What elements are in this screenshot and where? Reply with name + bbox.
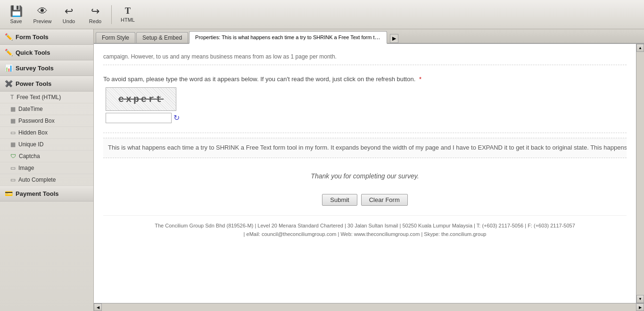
captcha-container: expert ↻ <box>106 87 627 123</box>
form-buttons: Submit Clear Form <box>103 189 627 210</box>
redo-button[interactable]: ↪ Redo <box>83 2 107 27</box>
hidden-box-icon: ▭ <box>10 129 16 136</box>
tab-setup-embed[interactable]: Setup & Embed <box>136 32 188 43</box>
tab-scroll-right-button[interactable]: ▶ <box>390 34 398 43</box>
html-button[interactable]: T HTML <box>116 2 140 27</box>
sidebar-item-datetime[interactable]: ▦ DateTime <box>0 103 93 115</box>
save-label: Save <box>10 18 22 24</box>
sidebar-section-power-tools[interactable]: ✖️ Power Tools <box>0 76 93 92</box>
scroll-down-arrow[interactable]: ▼ <box>636 295 644 303</box>
undo-icon: ↩ <box>65 5 73 17</box>
captcha-image: expert <box>106 87 176 111</box>
tab-form-style-label: Form Style <box>102 34 129 41</box>
unique-id-label: Unique ID <box>18 141 43 148</box>
sidebar: ✏️ Form Tools ✏️ Quick Tools 📊 Survey To… <box>0 29 94 311</box>
sidebar-item-password-box[interactable]: ▦ Password Box <box>0 115 93 127</box>
captcha-icon: 🛡 <box>10 153 16 160</box>
tabs-bar: Form Style Setup & Embed Properties: Thi… <box>94 29 644 44</box>
sidebar-item-captcha[interactable]: 🛡 Captcha <box>0 151 93 162</box>
sidebar-section-quick-tools[interactable]: ✏️ Quick Tools <box>0 45 93 60</box>
tab-setup-embed-label: Setup & Embed <box>142 34 182 41</box>
preview-label: Preview <box>33 18 51 24</box>
captcha-text-input[interactable] <box>106 113 172 123</box>
thank-you-section: Thank you for completing our survey. <box>103 163 627 189</box>
spam-instruction-text: To avoid spam, please type the word as i… <box>103 76 415 83</box>
preview-icon: 👁 <box>37 5 48 17</box>
issue-text-block: This is what happens each time a try to … <box>103 138 627 158</box>
auto-complete-icon: ▭ <box>10 177 16 183</box>
datetime-label: DateTime <box>18 106 43 112</box>
section-divider <box>103 133 627 133</box>
bottom-scroll-track[interactable] <box>102 303 636 311</box>
preview-button[interactable]: 👁 Preview <box>30 2 55 27</box>
overflow-text-content: campaign. However, to us and any means b… <box>103 53 337 60</box>
redo-label: Redo <box>89 18 101 24</box>
form-overflow-text: campaign. However, to us and any means b… <box>103 49 627 65</box>
unique-id-icon: ▦ <box>10 141 16 148</box>
quick-tools-icon: ✏️ <box>5 49 13 56</box>
toolbar-separator <box>111 5 112 24</box>
captcha-input-row: ↻ <box>106 113 183 123</box>
scroll-left-arrow[interactable]: ◀ <box>94 303 102 311</box>
form-tools-label: Form Tools <box>16 34 49 41</box>
sidebar-item-free-text[interactable]: T Free Text (HTML) <box>0 92 93 103</box>
content-area: Form Style Setup & Embed Properties: Thi… <box>94 29 644 311</box>
clear-form-button[interactable]: Clear Form <box>361 194 408 206</box>
free-text-label: Free Text (HTML) <box>17 94 61 101</box>
right-scrollbar: ▲ ▼ <box>636 44 644 303</box>
sidebar-section-survey-tools[interactable]: 📊 Survey Tools <box>0 60 93 76</box>
save-button[interactable]: 💾 Save <box>4 2 28 27</box>
form-content: campaign. However, to us and any means b… <box>94 44 636 303</box>
captcha-refresh-icon[interactable]: ↻ <box>173 113 183 123</box>
survey-tools-label: Survey Tools <box>16 65 54 72</box>
submit-button[interactable]: Submit <box>322 194 357 206</box>
sidebar-item-hidden-box[interactable]: ▭ Hidden Box <box>0 127 93 139</box>
toolbar: 💾 Save 👁 Preview ↩ Undo ↪ Redo T HTML <box>0 0 644 29</box>
captcha-word: expert <box>118 94 164 105</box>
footer-line-2: | eMail: council@theconciliumgroup.com |… <box>113 230 617 239</box>
image-icon: ▭ <box>10 165 16 171</box>
image-label: Image <box>18 165 34 171</box>
sidebar-item-unique-id[interactable]: ▦ Unique ID <box>0 139 93 151</box>
redo-icon: ↪ <box>91 5 99 17</box>
scroll-right-arrow[interactable]: ▶ <box>636 303 644 311</box>
sidebar-section-form-tools[interactable]: ✏️ Form Tools <box>0 29 93 45</box>
footer-text: The Concilium Group Sdn Bhd (819526-M) |… <box>103 215 627 244</box>
payment-tools-label: Payment Tools <box>16 190 59 197</box>
undo-label: Undo <box>63 18 75 24</box>
quick-tools-label: Quick Tools <box>16 49 50 56</box>
scroll-up-arrow[interactable]: ▲ <box>636 44 644 52</box>
password-box-icon: ▦ <box>10 118 16 124</box>
sidebar-item-auto-complete[interactable]: ▭ Auto Complete <box>0 174 93 186</box>
tab-form-style[interactable]: Form Style <box>96 32 135 43</box>
scroll-track[interactable] <box>636 52 644 295</box>
form-scroll-content: campaign. However, to us and any means b… <box>94 44 636 249</box>
spam-label: To avoid spam, please type the word as i… <box>103 76 627 83</box>
tab-properties-label: Properties: This is what happens each ti… <box>195 34 386 41</box>
footer-line-1: The Concilium Group Sdn Bhd (819526-M) |… <box>113 221 617 230</box>
html-label: HTML <box>121 17 135 23</box>
survey-tools-icon: 📊 <box>5 64 13 72</box>
required-marker: * <box>419 76 421 83</box>
thank-you-message: Thank you for completing our survey. <box>311 172 419 180</box>
auto-complete-label: Auto Complete <box>18 177 56 183</box>
save-icon: 💾 <box>10 5 23 17</box>
captcha-label: Captcha <box>19 153 40 160</box>
tab-properties[interactable]: Properties: This is what happens each ti… <box>189 31 387 44</box>
spam-section: To avoid spam, please type the word as i… <box>103 70 627 129</box>
content-with-scroll: campaign. However, to us and any means b… <box>94 44 644 303</box>
issue-text-content: This is what happens each time a try to … <box>108 144 627 151</box>
thank-you-text: Thank you for completing our survey. <box>311 172 419 180</box>
sidebar-item-image[interactable]: ▭ Image <box>0 162 93 174</box>
undo-button[interactable]: ↩ Undo <box>57 2 81 27</box>
datetime-icon: ▦ <box>10 106 16 112</box>
power-tools-label: Power Tools <box>16 80 51 87</box>
main-layout: ✏️ Form Tools ✏️ Quick Tools 📊 Survey To… <box>0 29 644 311</box>
sidebar-section-payment-tools[interactable]: 💳 Payment Tools <box>0 186 93 202</box>
password-box-label: Password Box <box>18 118 55 124</box>
html-icon: T <box>125 6 131 16</box>
power-tools-icon: ✖️ <box>5 80 13 87</box>
hidden-box-label: Hidden Box <box>18 129 48 136</box>
form-tools-icon: ✏️ <box>5 33 13 41</box>
bottom-scrollbar: ◀ ▶ <box>94 303 644 311</box>
